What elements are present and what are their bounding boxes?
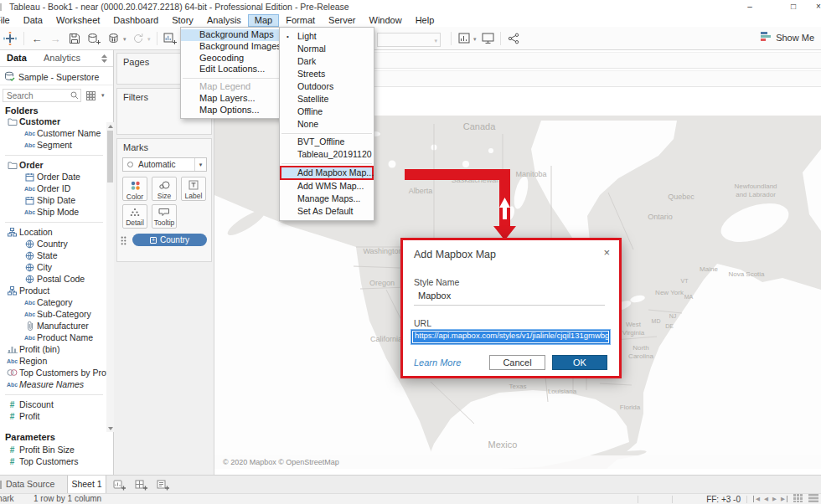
field-order-id[interactable]: AbcOrder ID bbox=[0, 183, 106, 194]
submenu-item-add-wms-map[interactable]: Add WMS Map... bbox=[280, 180, 374, 193]
size-button[interactable]: Size bbox=[152, 177, 177, 201]
menu-server[interactable]: Server bbox=[322, 14, 362, 27]
presentation-mode-button[interactable] bbox=[481, 31, 496, 46]
map-menu-item-edit-locations[interactable]: Edit Locations... bbox=[181, 64, 289, 75]
field-profit-bin-size[interactable]: #Profit Bin Size bbox=[0, 444, 106, 455]
show-cards-icon[interactable] bbox=[793, 494, 803, 504]
scrollbar-thumb[interactable] bbox=[107, 131, 113, 183]
label-button[interactable]: Label bbox=[181, 177, 206, 201]
menu-map[interactable]: Map bbox=[248, 14, 279, 27]
field-discount[interactable]: #Discount bbox=[0, 399, 106, 410]
url-input[interactable]: https://api.mapbox.com/styles/v1/jialinl… bbox=[411, 330, 610, 344]
field-order-date[interactable]: Order Date bbox=[0, 171, 106, 183]
submenu-item-bvt-offline[interactable]: BVT_Offline bbox=[280, 136, 374, 148]
map-menu-item-geocoding[interactable]: Geocoding▸ bbox=[181, 53, 289, 64]
redo-button[interactable]: → bbox=[48, 31, 63, 46]
field-ship-date[interactable]: Ship Date bbox=[0, 194, 106, 206]
new-story-tab-icon[interactable] bbox=[154, 478, 171, 491]
menu-help[interactable]: Help bbox=[409, 14, 441, 27]
map-menu-item-background-maps[interactable]: Background Maps▸ bbox=[181, 29, 289, 41]
data-source-tab[interactable]: Data Source bbox=[6, 479, 54, 489]
tab-data[interactable]: Data bbox=[7, 53, 27, 63]
prev-page-icon[interactable]: ◀ bbox=[764, 496, 768, 502]
menu-window[interactable]: Window bbox=[363, 14, 409, 27]
field-product[interactable]: Product bbox=[0, 285, 106, 296]
field-profit[interactable]: #Profit bbox=[0, 410, 106, 422]
submenu-item-outdoors[interactable]: Outdoors bbox=[280, 80, 374, 93]
detail-button[interactable]: Detail bbox=[122, 204, 147, 229]
tab-analytics[interactable]: Analytics bbox=[44, 53, 80, 63]
map-menu-item-map-options[interactable]: Map Options... bbox=[181, 105, 289, 116]
fit-chart-button[interactable] bbox=[457, 31, 472, 46]
field-state[interactable]: State bbox=[0, 249, 106, 261]
field-location[interactable]: Location bbox=[0, 226, 106, 238]
field-top-customers-by-profit[interactable]: Top Customers by Profit bbox=[0, 367, 106, 378]
new-data-source-button[interactable] bbox=[86, 31, 101, 46]
submenu-item-satellite[interactable]: Satellite bbox=[280, 93, 374, 105]
field-category[interactable]: AbcCategory bbox=[0, 296, 106, 308]
show-me-button[interactable]: Show Me bbox=[761, 32, 814, 44]
search-input[interactable] bbox=[7, 90, 69, 100]
field-measure-names[interactable]: AbcMeasure Names bbox=[0, 378, 106, 390]
new-worksheet-tab-icon[interactable] bbox=[111, 478, 127, 491]
ok-button[interactable]: OK bbox=[552, 355, 607, 370]
scroll-down-icon[interactable] bbox=[106, 424, 114, 432]
field-customer-name[interactable]: AbcCustomer Name bbox=[0, 127, 106, 139]
submenu-item-streets[interactable]: Streets bbox=[280, 68, 374, 80]
sheet1-tab[interactable]: Sheet 1 bbox=[67, 476, 106, 494]
tooltip-button[interactable]: Tooltip bbox=[152, 204, 177, 229]
field-order[interactable]: Order bbox=[0, 159, 106, 171]
close-button[interactable]: × bbox=[808, 0, 821, 13]
cancel-button[interactable]: Cancel bbox=[489, 355, 545, 370]
submenu-item-manage-maps[interactable]: Manage Maps... bbox=[280, 193, 374, 205]
share-button[interactable] bbox=[506, 31, 521, 46]
show-filmstrip-icon[interactable] bbox=[808, 494, 818, 504]
menu-file[interactable]: File bbox=[0, 14, 17, 27]
field-profit-bin[interactable]: Profit (bin) bbox=[0, 343, 106, 355]
submenu-item-add-mapbox-map[interactable]: Add Mapbox Map... bbox=[280, 166, 374, 180]
datasource-row[interactable]: Sample - Superstore bbox=[0, 69, 113, 85]
pane-collapse-icon[interactable] bbox=[101, 54, 107, 64]
submenu-item-set-as-default[interactable]: Set As Default bbox=[280, 205, 374, 218]
view-options-caret-icon[interactable]: ▾ bbox=[101, 92, 105, 99]
menu-format[interactable]: Format bbox=[279, 14, 322, 27]
menu-dashboard[interactable]: Dashboard bbox=[106, 14, 165, 27]
dialog-close-icon[interactable]: × bbox=[603, 246, 610, 259]
submenu-item-tableau-20191120[interactable]: Tableau_20191120 bbox=[280, 148, 374, 161]
menu-analysis[interactable]: Analysis bbox=[200, 14, 248, 27]
search-box[interactable] bbox=[3, 89, 81, 102]
submenu-item-light[interactable]: •Light bbox=[280, 30, 374, 43]
submenu-item-normal[interactable]: Normal bbox=[280, 43, 374, 55]
mark-type-dropdown[interactable]: Automatic ▾ bbox=[122, 157, 207, 172]
save-button[interactable] bbox=[67, 31, 82, 46]
field-country[interactable]: Country bbox=[0, 238, 106, 249]
menu-story[interactable]: Story bbox=[165, 14, 200, 27]
country-pill[interactable]: + Country bbox=[132, 234, 207, 246]
field-segment[interactable]: AbcSegment bbox=[0, 139, 106, 151]
menu-worksheet[interactable]: Worksheet bbox=[49, 14, 106, 27]
submenu-item-offline[interactable]: Offline bbox=[280, 105, 374, 118]
field-customer[interactable]: Customer bbox=[0, 116, 106, 127]
field-region[interactable]: AbcRegion bbox=[0, 355, 106, 367]
dropdown-caret-icon[interactable]: ▾ bbox=[194, 158, 206, 171]
color-button[interactable]: Color bbox=[122, 177, 147, 201]
field-postal-code[interactable]: Postal Code bbox=[0, 273, 106, 285]
field-product-name[interactable]: AbcProduct Name bbox=[0, 332, 106, 343]
last-page-icon[interactable]: ▶ bbox=[781, 496, 787, 502]
expand-pill-icon[interactable]: + bbox=[150, 237, 157, 244]
pause-auto-updates-button[interactable] bbox=[106, 31, 121, 46]
learn-more-link[interactable]: Learn More bbox=[414, 357, 461, 368]
undo-button[interactable]: ← bbox=[29, 31, 44, 46]
map-menu-item-map-layers[interactable]: Map Layers... bbox=[181, 93, 289, 105]
field-sub-category[interactable]: AbcSub-Category bbox=[0, 308, 106, 320]
field-top-customers[interactable]: #Top Customers bbox=[0, 455, 106, 467]
next-page-icon[interactable]: ▶ bbox=[772, 496, 777, 502]
menu-data[interactable]: Data bbox=[17, 14, 49, 27]
view-as-grid-icon[interactable] bbox=[86, 91, 96, 102]
style-name-field[interactable]: Mapbox bbox=[418, 291, 451, 301]
first-page-icon[interactable]: ◀ bbox=[753, 496, 760, 502]
submenu-item-none[interactable]: None bbox=[280, 118, 374, 131]
field-manufacturer[interactable]: Manufacturer bbox=[0, 320, 106, 332]
field-city[interactable]: City bbox=[0, 261, 106, 273]
scroll-up-icon[interactable] bbox=[106, 122, 114, 130]
